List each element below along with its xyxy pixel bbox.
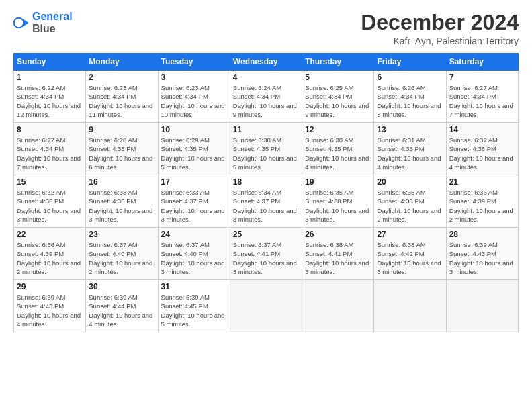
day-detail: Sunrise: 6:29 AM Sunset: 4:35 PM Dayligh…	[161, 136, 227, 171]
table-cell: 3 Sunrise: 6:23 AM Sunset: 4:34 PM Dayli…	[158, 71, 230, 123]
weekday-wednesday: Wednesday	[230, 54, 302, 71]
weekday-sunday: Sunday	[14, 54, 86, 71]
day-number: 22	[17, 230, 83, 239]
day-detail: Sunrise: 6:25 AM Sunset: 4:34 PM Dayligh…	[305, 83, 371, 119]
table-cell: 22 Sunrise: 6:36 AM Sunset: 4:39 PM Dayl…	[14, 228, 86, 280]
day-number: 25	[233, 230, 299, 239]
day-detail: Sunrise: 6:26 AM Sunset: 4:34 PM Dayligh…	[377, 83, 443, 119]
calendar-body: 1 Sunrise: 6:22 AM Sunset: 4:34 PM Dayli…	[14, 71, 519, 332]
day-detail: Sunrise: 6:36 AM Sunset: 4:39 PM Dayligh…	[449, 188, 515, 224]
day-detail: Sunrise: 6:28 AM Sunset: 4:35 PM Dayligh…	[89, 136, 154, 171]
table-cell: 18 Sunrise: 6:34 AM Sunset: 4:37 PM Dayl…	[230, 175, 302, 228]
day-number: 26	[305, 230, 371, 239]
day-detail: Sunrise: 6:39 AM Sunset: 4:43 PM Dayligh…	[17, 293, 83, 328]
day-number: 19	[305, 177, 371, 187]
table-cell: 6 Sunrise: 6:26 AM Sunset: 4:34 PM Dayli…	[374, 71, 446, 123]
calendar-table: Sunday Monday Tuesday Wednesday Thursday…	[13, 53, 519, 332]
day-detail: Sunrise: 6:39 AM Sunset: 4:44 PM Dayligh…	[89, 293, 154, 328]
day-number: 13	[377, 125, 443, 134]
day-number: 7	[449, 73, 515, 82]
day-detail: Sunrise: 6:30 AM Sunset: 4:35 PM Dayligh…	[305, 136, 371, 171]
day-detail: Sunrise: 6:36 AM Sunset: 4:39 PM Dayligh…	[17, 240, 83, 276]
subtitle: Kafr 'Ayn, Palestinian Territory	[361, 36, 519, 46]
table-cell: 30 Sunrise: 6:39 AM Sunset: 4:44 PM Dayl…	[86, 280, 158, 332]
calendar-page: General Blue December 2024 Kafr 'Ayn, Pa…	[0, 0, 532, 411]
day-detail: Sunrise: 6:23 AM Sunset: 4:34 PM Dayligh…	[89, 83, 154, 119]
weekday-saturday: Saturday	[446, 54, 518, 71]
table-cell: 16 Sunrise: 6:33 AM Sunset: 4:36 PM Dayl…	[86, 175, 158, 228]
day-detail: Sunrise: 6:22 AM Sunset: 4:34 PM Dayligh…	[17, 83, 83, 119]
table-cell: 26 Sunrise: 6:38 AM Sunset: 4:41 PM Dayl…	[302, 228, 374, 280]
table-cell: 9 Sunrise: 6:28 AM Sunset: 4:35 PM Dayli…	[86, 123, 158, 175]
day-number: 10	[161, 125, 227, 134]
day-detail: Sunrise: 6:34 AM Sunset: 4:37 PM Dayligh…	[233, 188, 299, 224]
day-detail: Sunrise: 6:23 AM Sunset: 4:34 PM Dayligh…	[161, 83, 227, 119]
day-number: 23	[89, 230, 154, 239]
day-number: 15	[17, 177, 83, 187]
day-detail: Sunrise: 6:39 AM Sunset: 4:45 PM Dayligh…	[161, 293, 227, 328]
day-number: 24	[161, 230, 227, 239]
table-cell	[374, 280, 446, 332]
table-cell	[446, 280, 518, 332]
day-number: 14	[449, 125, 515, 134]
day-detail: Sunrise: 6:33 AM Sunset: 4:36 PM Dayligh…	[89, 188, 154, 224]
day-detail: Sunrise: 6:37 AM Sunset: 4:41 PM Dayligh…	[233, 240, 299, 276]
day-number: 3	[161, 73, 227, 82]
day-detail: Sunrise: 6:27 AM Sunset: 4:34 PM Dayligh…	[449, 83, 515, 119]
day-number: 5	[305, 73, 371, 82]
day-number: 30	[89, 282, 154, 291]
day-number: 31	[161, 282, 227, 291]
day-number: 9	[89, 125, 154, 134]
day-detail: Sunrise: 6:37 AM Sunset: 4:40 PM Dayligh…	[89, 240, 154, 276]
day-detail: Sunrise: 6:31 AM Sunset: 4:35 PM Dayligh…	[377, 136, 443, 171]
day-number: 20	[377, 177, 443, 187]
day-number: 16	[89, 177, 154, 187]
table-cell: 7 Sunrise: 6:27 AM Sunset: 4:34 PM Dayli…	[446, 71, 518, 123]
table-cell: 4 Sunrise: 6:24 AM Sunset: 4:34 PM Dayli…	[230, 71, 302, 123]
weekday-friday: Friday	[374, 54, 446, 71]
day-number: 2	[89, 73, 154, 82]
weekday-thursday: Thursday	[302, 54, 374, 71]
table-cell	[230, 280, 302, 332]
day-number: 29	[17, 282, 83, 291]
day-number: 8	[17, 125, 83, 134]
table-cell: 11 Sunrise: 6:30 AM Sunset: 4:35 PM Dayl…	[230, 123, 302, 175]
table-cell: 10 Sunrise: 6:29 AM Sunset: 4:35 PM Dayl…	[158, 123, 230, 175]
table-cell	[302, 280, 374, 332]
table-cell: 5 Sunrise: 6:25 AM Sunset: 4:34 PM Dayli…	[302, 71, 374, 123]
day-detail: Sunrise: 6:37 AM Sunset: 4:40 PM Dayligh…	[161, 240, 227, 276]
day-number: 18	[233, 177, 299, 187]
header: General Blue December 2024 Kafr 'Ayn, Pa…	[13, 11, 519, 46]
table-cell: 20 Sunrise: 6:35 AM Sunset: 4:38 PM Dayl…	[374, 175, 446, 228]
day-detail: Sunrise: 6:39 AM Sunset: 4:43 PM Dayligh…	[449, 240, 515, 276]
title-area: December 2024 Kafr 'Ayn, Palestinian Ter…	[361, 11, 519, 46]
table-cell: 14 Sunrise: 6:32 AM Sunset: 4:36 PM Dayl…	[446, 123, 518, 175]
day-detail: Sunrise: 6:38 AM Sunset: 4:42 PM Dayligh…	[377, 240, 443, 276]
day-number: 1	[17, 73, 83, 82]
logo-icon	[13, 15, 30, 31]
day-detail: Sunrise: 6:35 AM Sunset: 4:38 PM Dayligh…	[377, 188, 443, 224]
day-number: 21	[449, 177, 515, 187]
day-number: 12	[305, 125, 371, 134]
day-detail: Sunrise: 6:30 AM Sunset: 4:35 PM Dayligh…	[233, 136, 299, 171]
day-number: 11	[233, 125, 299, 134]
calendar-header: Sunday Monday Tuesday Wednesday Thursday…	[14, 54, 519, 71]
day-detail: Sunrise: 6:27 AM Sunset: 4:34 PM Dayligh…	[17, 136, 83, 171]
table-cell: 17 Sunrise: 6:33 AM Sunset: 4:37 PM Dayl…	[158, 175, 230, 228]
day-detail: Sunrise: 6:38 AM Sunset: 4:41 PM Dayligh…	[305, 240, 371, 276]
table-cell: 25 Sunrise: 6:37 AM Sunset: 4:41 PM Dayl…	[230, 228, 302, 280]
svg-marker-1	[23, 19, 28, 26]
weekday-tuesday: Tuesday	[158, 54, 230, 71]
table-cell: 13 Sunrise: 6:31 AM Sunset: 4:35 PM Dayl…	[374, 123, 446, 175]
table-cell: 31 Sunrise: 6:39 AM Sunset: 4:45 PM Dayl…	[158, 280, 230, 332]
table-cell: 12 Sunrise: 6:30 AM Sunset: 4:35 PM Dayl…	[302, 123, 374, 175]
table-cell: 23 Sunrise: 6:37 AM Sunset: 4:40 PM Dayl…	[86, 228, 158, 280]
day-number: 27	[377, 230, 443, 239]
table-cell: 29 Sunrise: 6:39 AM Sunset: 4:43 PM Dayl…	[14, 280, 86, 332]
day-number: 4	[233, 73, 299, 82]
logo-text: General Blue	[32, 11, 73, 34]
day-detail: Sunrise: 6:35 AM Sunset: 4:38 PM Dayligh…	[305, 188, 371, 224]
table-cell: 8 Sunrise: 6:27 AM Sunset: 4:34 PM Dayli…	[14, 123, 86, 175]
day-detail: Sunrise: 6:32 AM Sunset: 4:36 PM Dayligh…	[17, 188, 83, 224]
day-number: 17	[161, 177, 227, 187]
